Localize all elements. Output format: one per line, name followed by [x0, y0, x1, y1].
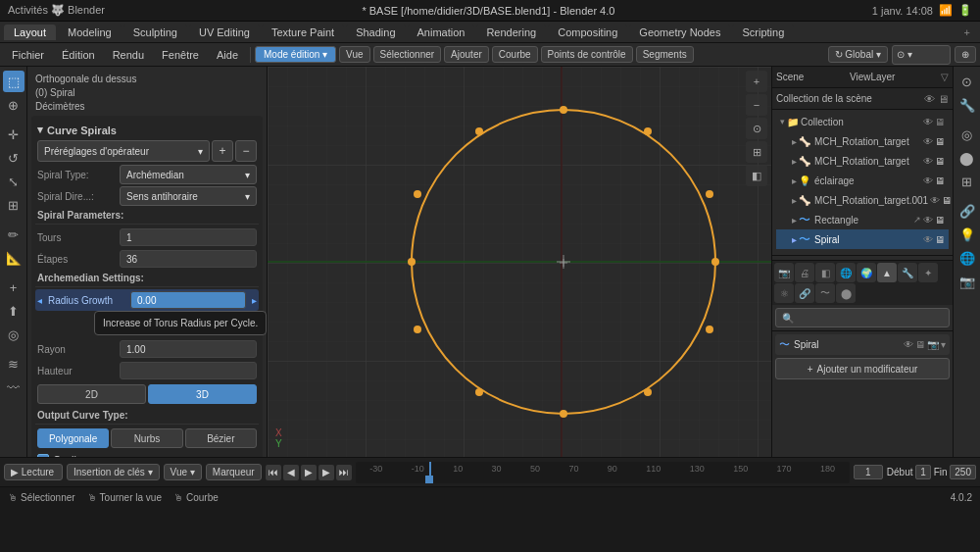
add-modifier-button[interactable]: + Ajouter un modificateur	[775, 358, 950, 379]
modifier-more-icon[interactable]: ▾	[941, 339, 946, 350]
global-btn[interactable]: ↻ Global ▾	[828, 46, 888, 63]
radius-growth-value[interactable]: 0.00	[130, 291, 246, 309]
outliner-mch-001[interactable]: ▸ 🦴 MCH_Rotation_target.001 👁 🖥	[776, 190, 949, 210]
tab-texture-paint[interactable]: Texture Paint	[262, 25, 344, 40]
eclairage-screen-icon[interactable]: 🖥	[935, 176, 945, 186]
cyclique-checkbox[interactable]	[37, 454, 49, 457]
tab-output-props[interactable]: 🖨	[795, 263, 814, 282]
tab-compositing[interactable]: Compositing	[548, 25, 627, 40]
menu-edition[interactable]: Édition	[54, 47, 103, 63]
rect-screen-icon[interactable]: 🖥	[935, 215, 945, 226]
tab-particle-props[interactable]: ✦	[918, 263, 938, 282]
eye-col-icon[interactable]: 👁	[924, 93, 935, 105]
skip-end-btn[interactable]: ⏭	[336, 465, 352, 480]
tab-render-props[interactable]: 📷	[774, 263, 794, 282]
right-icon-5[interactable]: ⊞	[956, 171, 978, 192]
dim-3d-btn[interactable]: 3D	[148, 384, 257, 404]
rayon-value[interactable]: 1.00	[120, 340, 257, 358]
tab-modifier-props[interactable]: 🔧	[898, 263, 917, 282]
tab-constraint-props[interactable]: 🔗	[795, 283, 814, 303]
mch2-eye-icon[interactable]: 👁	[923, 156, 933, 167]
right-icon-1[interactable]: ⊙	[956, 71, 978, 92]
eclairage-eye-icon[interactable]: 👁	[923, 176, 933, 186]
outliner-mch-1[interactable]: ▸ 🦴 MCH_Rotation_target 👁 🖥	[776, 131, 949, 151]
mch1-eye-icon[interactable]: 👁	[923, 136, 933, 147]
spiral-dir-dropdown[interactable]: Sens antihoraire ▾	[120, 186, 257, 206]
transform-tool-icon[interactable]: ⊞	[3, 194, 24, 216]
hauteur-value[interactable]	[120, 362, 257, 379]
scale-tool-icon[interactable]: ⤡	[3, 171, 24, 192]
play-btn[interactable]: ▶ Lecture	[4, 464, 63, 480]
current-frame-value[interactable]: 1	[854, 465, 883, 479]
viewport-overlay-icon[interactable]: ⊞	[746, 141, 767, 163]
viewport-render-icon[interactable]: ⊙	[746, 118, 767, 139]
tab-geometry-nodes[interactable]: Geometry Nodes	[629, 25, 730, 40]
menu-fenetre[interactable]: Fenêtre	[154, 47, 207, 63]
tab-scripting[interactable]: Scripting	[732, 25, 794, 40]
segments-btn[interactable]: Segments	[636, 46, 694, 63]
tab-world-props[interactable]: 🌍	[857, 263, 876, 282]
outliner-collection[interactable]: ▾ 📁 Collection 👁 🖥	[776, 112, 949, 131]
mch1-screen-icon[interactable]: 🖥	[935, 136, 945, 147]
bezier-btn[interactable]: Bézier	[185, 428, 257, 448]
right-icon-8[interactable]: 🌐	[956, 247, 978, 269]
viewport-zoom-out-icon[interactable]: −	[746, 94, 767, 116]
outliner-spiral[interactable]: ▸ 〜 Spiral 👁 🖥	[776, 229, 949, 249]
menu-rendu[interactable]: Rendu	[105, 47, 152, 63]
tab-material-props[interactable]: ⬤	[836, 283, 856, 303]
add-tool-icon[interactable]: +	[3, 276, 24, 298]
remove-preset-btn[interactable]: −	[235, 140, 257, 162]
polygonale-btn[interactable]: Polygonale	[37, 428, 109, 448]
mch001-eye-icon[interactable]: 👁	[930, 195, 940, 206]
extrude-tool-icon[interactable]: ⬆	[3, 300, 24, 322]
tab-view-layer-props[interactable]: ◧	[815, 263, 835, 282]
plus-tab-icon[interactable]: +	[958, 26, 976, 38]
tab-layout[interactable]: Layout	[4, 25, 56, 40]
tab-shading[interactable]: Shading	[346, 25, 405, 40]
annotate-tool-icon[interactable]: ✏	[3, 224, 24, 245]
curve-btn[interactable]: Courbe	[492, 46, 538, 63]
skip-start-btn[interactable]: ⏮	[266, 465, 281, 480]
viewport-xray-icon[interactable]: ◧	[746, 165, 767, 186]
nurbs-btn[interactable]: Nurbs	[111, 428, 182, 448]
tab-physics-props[interactable]: ⚛	[774, 283, 794, 303]
viewport[interactable]: ⊙ + − ⊙ ⊞ ◧ X Y	[268, 67, 771, 457]
tours-value[interactable]: 1	[120, 228, 257, 246]
spiral-eye-icon[interactable]: 👁	[923, 234, 933, 245]
spiral-type-dropdown[interactable]: Archémedian ▾	[120, 165, 257, 184]
menu-aide[interactable]: Aide	[209, 47, 246, 63]
right-icon-9[interactable]: 📷	[956, 271, 978, 292]
outliner-eclairage[interactable]: ▸ 💡 éclairage 👁 🖥	[776, 171, 949, 190]
mch001-screen-icon[interactable]: 🖥	[942, 195, 952, 206]
right-icon-7[interactable]: 💡	[956, 224, 978, 245]
tab-rendering[interactable]: Rendering	[476, 25, 546, 40]
debut-value[interactable]: 1	[915, 465, 931, 479]
tab-animation[interactable]: Animation	[408, 25, 475, 40]
operator-presets-dropdown[interactable]: Préréglages d'opérateur ▾	[37, 140, 210, 162]
right-icon-2[interactable]: 🔧	[956, 94, 978, 116]
radius-tool-icon[interactable]: ◎	[3, 324, 24, 345]
filter-icon[interactable]: ▽	[941, 72, 949, 82]
tab-object-props[interactable]: ▲	[877, 263, 897, 282]
measure-tool-icon[interactable]: 📐	[3, 247, 24, 269]
tab-sculpting[interactable]: Sculpting	[123, 25, 187, 40]
fin-value[interactable]: 250	[950, 465, 976, 479]
next-frame-btn[interactable]: ▶	[318, 465, 334, 480]
view-btn[interactable]: Vue	[339, 46, 369, 63]
tab-modeling[interactable]: Modeling	[58, 25, 122, 40]
add-preset-btn[interactable]: +	[212, 140, 233, 162]
move-tool-icon[interactable]: ✛	[3, 124, 24, 145]
add-btn[interactable]: Ajouter	[444, 46, 489, 63]
right-icon-4[interactable]: ⬤	[956, 147, 978, 169]
section-header-curve-spirals[interactable]: ▾ Curve Spirals	[35, 120, 259, 138]
right-icon-6[interactable]: 🔗	[956, 200, 978, 222]
modifier-render-icon[interactable]: 📷	[927, 339, 939, 350]
spiral-screen-icon[interactable]: 🖥	[935, 234, 945, 245]
snap-controls[interactable]: ⊙ ▾	[892, 45, 951, 65]
collection-camera-icon[interactable]: 🖥	[935, 117, 945, 127]
modifier-spiral-header[interactable]: 〜 Spiral 👁 🖥 📷 ▾	[775, 334, 950, 355]
outliner-rectangle[interactable]: ▸ 〜 Rectangle ↗ 👁 🖥	[776, 210, 949, 229]
modifier-search-input[interactable]: 🔍	[775, 308, 950, 327]
menu-fichier[interactable]: Fichier	[4, 47, 52, 63]
select-btn[interactable]: Sélectionner	[373, 46, 442, 63]
